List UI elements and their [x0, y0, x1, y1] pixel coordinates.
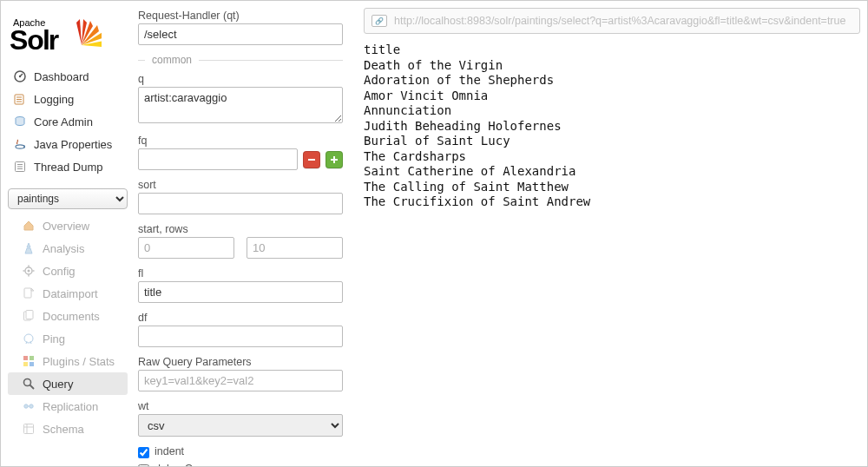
nav-item-java-properties[interactable]: Java Properties: [8, 133, 128, 155]
df-label: df: [138, 312, 343, 324]
svg-point-22: [24, 334, 33, 343]
svg-point-29: [24, 405, 28, 408]
java-properties-icon: [13, 137, 27, 151]
core-item-plugins[interactable]: Plugins / Stats: [8, 350, 128, 372]
common-legend: common: [152, 54, 192, 66]
core-item-label: Replication: [43, 400, 98, 413]
nav-item-dashboard[interactable]: Dashboard: [8, 65, 128, 88]
svg-rect-24: [30, 356, 34, 360]
q-label: q: [138, 73, 343, 85]
add-fq-button[interactable]: [326, 151, 343, 168]
core-item-label: Plugins / Stats: [43, 355, 115, 368]
dashboard-icon: [13, 69, 27, 83]
analysis-icon: [22, 241, 36, 255]
svg-point-30: [30, 405, 33, 408]
nav-item-label: Logging: [34, 93, 74, 106]
svg-rect-35: [308, 159, 315, 161]
svg-rect-37: [331, 159, 338, 161]
core-item-config[interactable]: Config: [8, 260, 128, 282]
fl-label: fl: [138, 267, 343, 280]
svg-rect-19: [24, 288, 31, 298]
logging-icon: [13, 92, 27, 106]
indent-checkbox[interactable]: [138, 447, 149, 458]
nav-item-label: Thread Dump: [34, 161, 102, 174]
svg-rect-32: [24, 424, 34, 434]
core-item-label: Schema: [43, 423, 84, 436]
debugquery-checkbox[interactable]: [138, 464, 149, 467]
fq-input[interactable]: [138, 148, 298, 170]
core-item-schema[interactable]: Schema: [8, 418, 128, 440]
svg-point-2: [19, 76, 21, 77]
thread-dump-icon: [13, 160, 27, 174]
result-url: http://localhost:8983/solr/paintings/sel…: [394, 15, 845, 27]
rows-input[interactable]: [247, 237, 343, 259]
nav-item-logging[interactable]: Logging: [8, 88, 128, 110]
result-url-bar[interactable]: 🔗 http://localhost:8983/solr/paintings/s…: [364, 8, 860, 34]
qt-label: Request-Handler (qt): [138, 10, 343, 22]
raw-params-input[interactable]: [138, 370, 343, 391]
dataimport-icon: [22, 286, 36, 300]
core-item-ping[interactable]: Ping: [8, 327, 128, 350]
ping-icon: [22, 332, 36, 345]
svg-point-14: [28, 270, 30, 273]
core-item-overview[interactable]: Overview: [8, 214, 128, 237]
core-item-label: Dataimport: [43, 287, 98, 300]
q-input[interactable]: artist:caravaggio: [138, 87, 343, 123]
fl-input[interactable]: [138, 281, 343, 303]
nav-item-label: Dashboard: [34, 70, 89, 83]
nav-item-core-admin[interactable]: Core Admin: [8, 110, 128, 133]
query-icon: [22, 377, 36, 391]
core-item-analysis[interactable]: Analysis: [8, 237, 128, 260]
wt-select[interactable]: csv: [138, 414, 343, 437]
documents-icon: [22, 309, 36, 323]
svg-rect-25: [23, 362, 28, 366]
core-item-label: Overview: [43, 220, 89, 233]
sort-label: sort: [138, 179, 343, 191]
config-icon: [22, 264, 36, 278]
indent-label[interactable]: indent: [155, 445, 184, 457]
df-input[interactable]: [138, 326, 343, 347]
core-item-label: Query: [43, 378, 73, 391]
core-item-label: Analysis: [43, 242, 84, 255]
core-selector-dropdown[interactable]: paintings: [8, 188, 128, 209]
sidebar: Apache Solr: [1, 1, 131, 466]
start-input[interactable]: [138, 237, 234, 259]
globe-icon: 🔗: [372, 15, 387, 27]
query-form: Request-Handler (qt) common q artist:car…: [131, 1, 357, 466]
nav-item-label: Java Properties: [34, 138, 112, 151]
core-nav: OverviewAnalysisConfigDataimportDocument…: [8, 214, 128, 440]
sun-icon: [62, 16, 102, 56]
schema-icon: [22, 422, 36, 436]
core-item-documents[interactable]: Documents: [8, 305, 128, 327]
qt-input[interactable]: [138, 23, 343, 45]
response-body: title Death of the Virgin Adoration of t…: [364, 43, 860, 210]
wt-label: wt: [138, 400, 343, 412]
plugins-icon: [22, 354, 36, 368]
overview-icon: [22, 219, 36, 233]
svg-point-27: [24, 379, 31, 386]
core-item-label: Ping: [43, 332, 65, 345]
debugquery-label[interactable]: debugQuery: [155, 463, 214, 466]
core-admin-icon: [13, 115, 27, 128]
remove-fq-button[interactable]: [303, 151, 320, 168]
core-item-query[interactable]: Query: [8, 372, 128, 395]
core-item-replication[interactable]: Replication: [8, 395, 128, 418]
sort-input[interactable]: [138, 193, 343, 214]
logo-solr-text: Solr: [10, 26, 58, 54]
core-item-dataimport[interactable]: Dataimport: [8, 282, 128, 305]
results-panel: 🔗 http://localhost:8983/solr/paintings/s…: [357, 1, 867, 466]
core-selector[interactable]: paintings: [8, 188, 128, 209]
nav-item-label: Core Admin: [34, 115, 93, 128]
svg-rect-26: [30, 362, 34, 366]
replication-icon: [22, 399, 36, 413]
solr-logo: Apache Solr: [8, 6, 128, 65]
core-item-label: Documents: [43, 310, 100, 323]
svg-rect-21: [26, 311, 33, 319]
nav-item-thread-dump[interactable]: Thread Dump: [8, 155, 128, 178]
core-item-label: Config: [43, 265, 76, 278]
fq-label: fq: [138, 135, 343, 147]
svg-line-28: [30, 385, 35, 390]
main-nav: DashboardLoggingCore AdminJava Propertie…: [8, 65, 128, 178]
svg-point-8: [16, 145, 24, 148]
start-rows-label: start, rows: [138, 223, 343, 235]
